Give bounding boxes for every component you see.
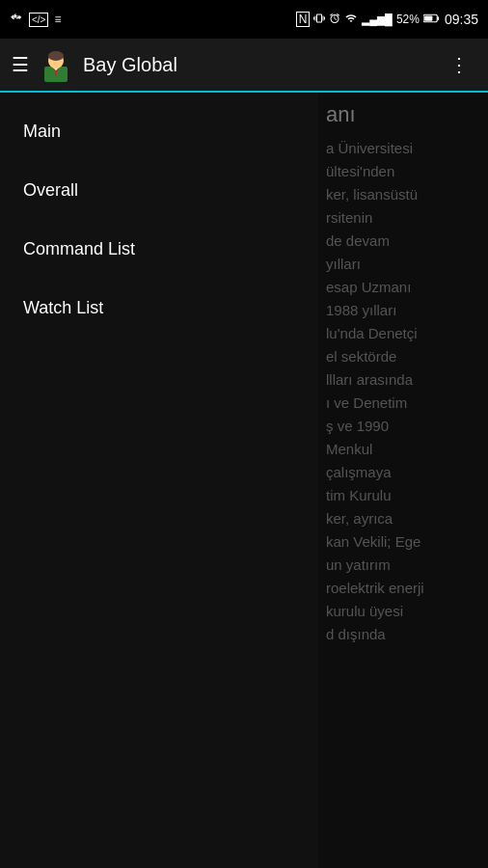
sidebar-item-command-list[interactable]: Command List xyxy=(0,220,318,279)
nav-menu: Main Overall Command List Watch List xyxy=(0,102,318,338)
code-editor-icon: </> xyxy=(29,13,48,27)
sidebar-item-overall[interactable]: Overall xyxy=(0,161,318,220)
time-display: 09:35 xyxy=(445,12,478,27)
signal-icon: ▂▄▆█ xyxy=(362,14,393,26)
wifi-icon xyxy=(344,13,358,27)
overflow-menu-button[interactable]: ⋮ xyxy=(442,45,476,84)
avatar xyxy=(39,47,73,82)
navigation-drawer: Main Overall Command List Watch List xyxy=(0,93,318,868)
drawer-overlay[interactable] xyxy=(318,93,488,868)
status-bar: </> ≡ N ▂▄▆█ 52% xyxy=(0,0,488,39)
sidebar-item-main[interactable]: Main xyxy=(0,102,318,161)
vibrate-icon xyxy=(313,12,325,28)
app-bar: ☰ Bay Global ⋮ xyxy=(0,39,488,93)
bars-icon: ≡ xyxy=(54,13,61,26)
battery-icon xyxy=(423,13,441,26)
battery-percentage: 52% xyxy=(396,13,420,26)
alarm-icon xyxy=(329,13,340,27)
svg-point-7 xyxy=(48,51,64,61)
content-area: anı a Üniversitesi ültesi'nden ker, lisa… xyxy=(0,93,488,868)
avatar-svg xyxy=(39,47,73,82)
svg-rect-1 xyxy=(438,16,440,20)
app-title: Bay Global xyxy=(83,54,442,76)
sidebar-item-watch-list[interactable]: Watch List xyxy=(0,279,318,338)
svg-rect-2 xyxy=(424,15,432,20)
nfc-icon: N xyxy=(296,12,311,27)
status-bar-right-icons: N ▂▄▆█ 52% 09:35 xyxy=(296,12,478,28)
status-bar-left-icons: </> ≡ xyxy=(10,12,61,28)
hamburger-icon[interactable]: ☰ xyxy=(12,53,29,76)
usb-icon xyxy=(10,12,23,28)
